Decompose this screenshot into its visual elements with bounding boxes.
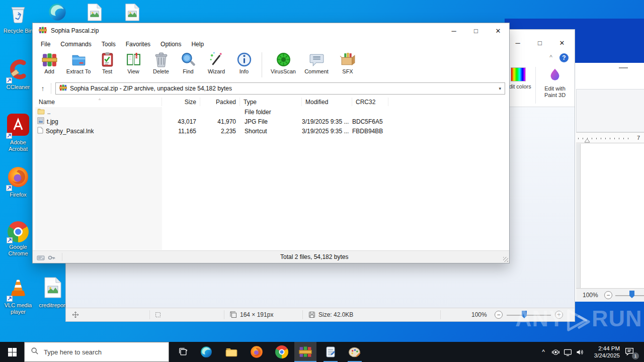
divider [302, 310, 303, 319]
toolbar-comment-button[interactable]: Comment [300, 51, 333, 81]
toolbar-info-button[interactable]: Info [231, 51, 257, 81]
maximize-button[interactable]: □ [529, 37, 551, 49]
dropdown-chevron-icon[interactable]: ▾ [499, 86, 501, 91]
column-header-type[interactable]: Type [240, 98, 302, 106]
desktop-icon-vlc[interactable]: VLC media player [0, 278, 36, 315]
wordpad-ruler[interactable]: 7 [576, 132, 644, 143]
shortcut-arrow-icon [7, 296, 13, 302]
desktop-icon-image-file-1[interactable] [80, 3, 109, 24]
menu-options[interactable]: Options [155, 41, 186, 48]
start-button[interactable] [0, 342, 24, 362]
desktop-icon-creditreport[interactable]: creditreport [36, 277, 69, 309]
zoom-out-button[interactable]: − [495, 311, 503, 319]
desktop-icon-image-file-2[interactable] [118, 3, 146, 24]
shortcut-arrow-icon [6, 133, 12, 139]
table-row[interactable]: .. File folder [35, 107, 507, 117]
close-button[interactable]: ✕ [551, 37, 573, 49]
search-input[interactable] [44, 348, 154, 356]
taskbar-app-firefox[interactable] [246, 342, 268, 362]
toolbar-add-button[interactable]: Add [37, 51, 62, 81]
menu-tools[interactable]: Tools [97, 41, 121, 48]
menu-help[interactable]: Help [186, 41, 209, 48]
column-header-size[interactable]: Size [162, 98, 200, 106]
winrar-window[interactable]: Sophia Pascal.zip ─ □ ✕ File Commands To… [32, 23, 510, 263]
menu-favorites[interactable]: Favorites [121, 41, 155, 48]
virus-scan-icon [275, 51, 292, 68]
ribbon-collapse-icon[interactable]: ^ [549, 54, 552, 61]
desktop: 7 100% − ─ □ ✕ ^ ? [0, 0, 644, 362]
task-view-button[interactable] [172, 342, 194, 362]
windows-logo-icon [8, 348, 17, 356]
toolbar-test-button[interactable]: Test [95, 51, 119, 81]
column-header-packed[interactable]: Packed [200, 98, 240, 106]
screen-record-icon[interactable] [549, 342, 561, 362]
menu-file[interactable]: File [36, 41, 55, 48]
cursor-position-icon [72, 311, 79, 320]
taskbar-search-box[interactable] [24, 342, 169, 362]
winrar-toolbar: Add Extract To Test View Delete Find [33, 50, 509, 81]
toolbar-view-button[interactable]: View [119, 51, 147, 81]
trash-icon [153, 51, 170, 68]
column-header-crc32[interactable]: CRC32 [352, 98, 388, 106]
toolbar-sfx-button[interactable]: SFX [333, 51, 362, 81]
toolbar-delete-button[interactable]: Delete [147, 51, 175, 81]
table-row[interactable]: t.jpg 43,017 41,970 JPG File 3/19/2025 9… [35, 117, 507, 126]
divider [262, 52, 262, 77]
taskbar-app-edge[interactable] [195, 342, 217, 362]
window-title: Sophia Pascal.zip [51, 27, 99, 34]
desktop-icon-recycle-bin[interactable]: Recycle Bin [0, 3, 36, 34]
image-file-icon [87, 3, 102, 24]
edit-with-paint3d-button[interactable]: Edit with Paint 3D [538, 64, 572, 107]
help-icon[interactable]: ? [559, 53, 569, 62]
taskbar-app-chrome[interactable] [271, 342, 293, 362]
archive-path-combobox[interactable]: Sophia Pascal.zip - ZIP archive, unpacke… [55, 82, 505, 95]
sfx-box-icon [340, 51, 356, 68]
menu-commands[interactable]: Commands [55, 41, 96, 48]
zoom-slider-thumb[interactable] [629, 291, 634, 298]
wordpad-document[interactable] [580, 144, 644, 288]
shortcut-arrow-icon [6, 77, 12, 83]
info-icon [236, 51, 253, 68]
minimize-button[interactable]: ─ [507, 37, 529, 49]
toolbar-virusscan-button[interactable]: VirusScan [267, 51, 300, 81]
taskbar-clock[interactable]: 2:44 PM 3/24/2025 [587, 345, 620, 359]
search-icon [31, 347, 39, 357]
edge-icon [47, 2, 67, 24]
desktop-icon-ccleaner[interactable]: CCleaner [0, 58, 36, 90]
sort-ascending-icon: ▵ [99, 97, 101, 101]
resize-grip[interactable] [503, 257, 508, 262]
anyrun-logo-icon [564, 306, 593, 335]
up-directory-button[interactable]: ↑ [37, 84, 49, 93]
image-file-icon [44, 277, 62, 301]
tray-overflow-chevron[interactable]: ^ [537, 342, 549, 362]
desktop-icon-edge[interactable] [43, 2, 71, 24]
image-file-icon [125, 3, 140, 24]
desktop-icon-firefox[interactable]: Firefox [0, 166, 36, 198]
zoom-out-button[interactable]: − [604, 291, 612, 299]
toolbar-find-button[interactable]: Find [175, 51, 202, 81]
toolbar-extract-button[interactable]: Extract To [62, 51, 95, 81]
taskbar-app-winrar[interactable] [294, 342, 316, 362]
view-book-icon [125, 51, 142, 68]
desktop-icon-adobe-acrobat[interactable]: Adobe Acrobat [0, 114, 36, 152]
table-row[interactable]: Sophy_Pascal.lnk 11,165 2,235 Shortcut 3… [35, 126, 507, 136]
volume-icon[interactable] [574, 342, 586, 362]
shortcut-arrow-icon [7, 237, 13, 243]
task-view-icon [178, 347, 188, 357]
watermark-text-any: ANY [515, 306, 565, 332]
taskbar-app-wordpad[interactable] [319, 342, 342, 362]
action-center-button[interactable]: 1 [624, 346, 637, 358]
maximize-button[interactable]: □ [465, 23, 487, 38]
toolbar-wizard-button[interactable]: Wizard [202, 51, 231, 81]
status-total-text: Total 2 files, 54,182 bytes [280, 253, 348, 260]
minimize-icon[interactable] [619, 67, 628, 68]
column-header-modified[interactable]: Modified [302, 98, 352, 106]
winrar-file-list: Name Size Packed Type Modified CRC32 ▵ .… [35, 97, 507, 250]
ccleaner-icon [7, 58, 29, 82]
taskbar-app-paint[interactable] [344, 342, 366, 362]
minimize-button[interactable]: ─ [443, 23, 465, 38]
taskbar-app-file-explorer[interactable] [220, 342, 243, 362]
desktop-icon-google-chrome[interactable]: Google Chrome [0, 221, 36, 257]
network-icon[interactable] [561, 342, 574, 362]
close-button[interactable]: ✕ [487, 23, 509, 38]
